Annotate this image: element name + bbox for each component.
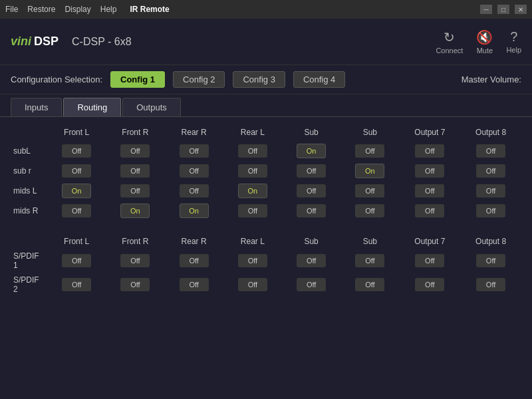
row-label-midsL: mids L bbox=[11, 181, 47, 201]
cell-midsL-sub1[interactable]: Off bbox=[282, 181, 340, 201]
cell-midsR-out8[interactable]: Off bbox=[460, 201, 521, 221]
col-output-8: Output 8 bbox=[460, 124, 521, 141]
cell-spdif2-out8[interactable]: Off bbox=[460, 273, 521, 297]
spdif-col-output-8: Output 8 bbox=[460, 234, 521, 249]
cell-spdif1-frontR[interactable]: Off bbox=[106, 249, 164, 273]
config-3-button[interactable]: Config 3 bbox=[233, 71, 285, 88]
spdif-col-sub-2: Sub bbox=[340, 234, 399, 249]
cell-midsL-rearR[interactable]: Off bbox=[165, 181, 223, 201]
row-label-subr: sub r bbox=[11, 161, 47, 181]
routing-content: Front L Front R Rear R Rear L Sub Sub Ou… bbox=[0, 117, 532, 399]
app-header: vini DSP C-DSP - 6x8 ↻ Connect 🔇 Mute ? … bbox=[0, 19, 532, 65]
col-rear-r: Rear R bbox=[165, 124, 223, 141]
cell-midsL-frontL[interactable]: On bbox=[47, 181, 106, 201]
tabs: Inputs Routing Outputs bbox=[0, 94, 532, 117]
cell-spdif1-frontL[interactable]: Off bbox=[47, 249, 106, 273]
config-4-button[interactable]: Config 4 bbox=[293, 71, 345, 88]
cell-subL-out8[interactable]: Off bbox=[460, 141, 521, 161]
close-button[interactable]: ✕ bbox=[515, 5, 527, 14]
config-label: Configuration Selection: bbox=[11, 74, 102, 84]
row-label-midsR: mids R bbox=[11, 201, 47, 221]
cell-subr-sub2[interactable]: On bbox=[340, 161, 399, 181]
menu-display[interactable]: Display bbox=[65, 5, 90, 14]
table-row: S/PDIF 2 Off Off Off Off Off Off Off Off bbox=[11, 273, 521, 297]
config-1-button[interactable]: Config 1 bbox=[110, 71, 165, 88]
cell-subL-rearL[interactable]: Off bbox=[223, 141, 282, 161]
mute-button[interactable]: 🔇 Mute bbox=[476, 29, 493, 55]
minimize-button[interactable]: ─ bbox=[480, 5, 492, 14]
cell-spdif2-sub2[interactable]: Off bbox=[340, 273, 399, 297]
row-label-spdif2: S/PDIF 2 bbox=[11, 273, 47, 297]
cell-spdif2-sub1[interactable]: Off bbox=[282, 273, 340, 297]
row-label-spdif1: S/PDIF 1 bbox=[11, 249, 47, 273]
cell-subr-out7[interactable]: Off bbox=[400, 161, 461, 181]
cell-subL-out7[interactable]: Off bbox=[400, 141, 461, 161]
cell-midsR-rearL[interactable]: Off bbox=[223, 201, 282, 221]
cell-spdif1-out7[interactable]: Off bbox=[400, 249, 461, 273]
mute-icon: 🔇 bbox=[476, 29, 493, 45]
app-window: vini DSP C-DSP - 6x8 ↻ Connect 🔇 Mute ? … bbox=[0, 19, 532, 399]
menu-bar[interactable]: File Restore Display Help bbox=[5, 5, 116, 14]
cell-subr-rearR[interactable]: Off bbox=[165, 161, 223, 181]
spdif-column-headers: Front L Front R Rear R Rear L Sub Sub Ou… bbox=[11, 234, 521, 249]
logo: vini DSP bbox=[11, 35, 59, 49]
cell-midsR-frontR[interactable]: On bbox=[106, 201, 164, 221]
cell-subL-rearR[interactable]: Off bbox=[165, 141, 223, 161]
tab-routing[interactable]: Routing bbox=[63, 98, 121, 116]
spdif-col-rear-l: Rear L bbox=[223, 234, 282, 249]
mute-label: Mute bbox=[477, 47, 493, 55]
spdif-col-sub-1: Sub bbox=[282, 234, 340, 249]
cell-midsR-out7[interactable]: Off bbox=[400, 201, 461, 221]
routing-table: Front L Front R Rear R Rear L Sub Sub Ou… bbox=[11, 124, 521, 297]
cell-spdif1-rearR[interactable]: Off bbox=[165, 249, 223, 273]
master-volume-label: Master Volume: bbox=[462, 74, 521, 84]
cell-spdif2-frontL[interactable]: Off bbox=[47, 273, 106, 297]
cell-subL-sub2[interactable]: Off bbox=[340, 141, 399, 161]
help-button[interactable]: ? Help bbox=[506, 29, 521, 54]
tab-inputs[interactable]: Inputs bbox=[11, 98, 62, 116]
cell-subL-frontR[interactable]: Off bbox=[106, 141, 164, 161]
cell-subr-out8[interactable]: Off bbox=[460, 161, 521, 181]
cell-spdif2-out7[interactable]: Off bbox=[400, 273, 461, 297]
cell-subr-frontR[interactable]: Off bbox=[106, 161, 164, 181]
ir-remote-label: IR Remote bbox=[130, 5, 169, 14]
cell-spdif1-sub2[interactable]: Off bbox=[340, 249, 399, 273]
cell-subr-frontL[interactable]: Off bbox=[47, 161, 106, 181]
cell-spdif2-rearR[interactable]: Off bbox=[165, 273, 223, 297]
col-front-l: Front L bbox=[47, 124, 106, 141]
tab-outputs[interactable]: Outputs bbox=[122, 98, 181, 116]
window-controls[interactable]: ─ □ ✕ bbox=[480, 5, 527, 14]
table-row: mids L On Off Off On Off Off Off Off bbox=[11, 181, 521, 201]
cell-spdif1-rearL[interactable]: Off bbox=[223, 249, 282, 273]
help-label: Help bbox=[506, 46, 521, 54]
cell-spdif1-sub1[interactable]: Off bbox=[282, 249, 340, 273]
cell-midsR-sub1[interactable]: Off bbox=[282, 201, 340, 221]
menu-restore[interactable]: Restore bbox=[27, 5, 55, 14]
menu-file[interactable]: File bbox=[5, 5, 18, 14]
cell-midsL-sub2[interactable]: Off bbox=[340, 181, 399, 201]
maximize-button[interactable]: □ bbox=[497, 5, 509, 14]
cell-subr-rearL[interactable]: Off bbox=[223, 161, 282, 181]
cell-midsR-rearR[interactable]: On bbox=[165, 201, 223, 221]
config-2-button[interactable]: Config 2 bbox=[173, 71, 225, 88]
menu-help[interactable]: Help bbox=[100, 5, 117, 14]
cell-spdif2-frontR[interactable]: Off bbox=[106, 273, 164, 297]
table-row: sub r Off Off Off Off Off On Off Off bbox=[11, 161, 521, 181]
cell-midsL-frontR[interactable]: Off bbox=[106, 181, 164, 201]
connect-label: Connect bbox=[436, 47, 463, 55]
cell-spdif1-out8[interactable]: Off bbox=[460, 249, 521, 273]
cell-subL-sub1[interactable]: On bbox=[282, 141, 340, 161]
column-headers: Front L Front R Rear R Rear L Sub Sub Ou… bbox=[11, 124, 521, 141]
help-icon: ? bbox=[510, 29, 517, 45]
cell-spdif2-rearL[interactable]: Off bbox=[223, 273, 282, 297]
table-row: mids R Off On On Off Off Off Off Off bbox=[11, 201, 521, 221]
cell-midsL-rearL[interactable]: On bbox=[223, 181, 282, 201]
cell-subL-frontL[interactable]: Off bbox=[47, 141, 106, 161]
cell-midsR-frontL[interactable]: Off bbox=[47, 201, 106, 221]
connect-button[interactable]: ↻ Connect bbox=[436, 29, 463, 55]
cell-midsL-out8[interactable]: Off bbox=[460, 181, 521, 201]
spdif-col-output-7: Output 7 bbox=[400, 234, 461, 249]
cell-midsL-out7[interactable]: Off bbox=[400, 181, 461, 201]
cell-subr-sub1[interactable]: Off bbox=[282, 161, 340, 181]
cell-midsR-sub2[interactable]: Off bbox=[340, 201, 399, 221]
